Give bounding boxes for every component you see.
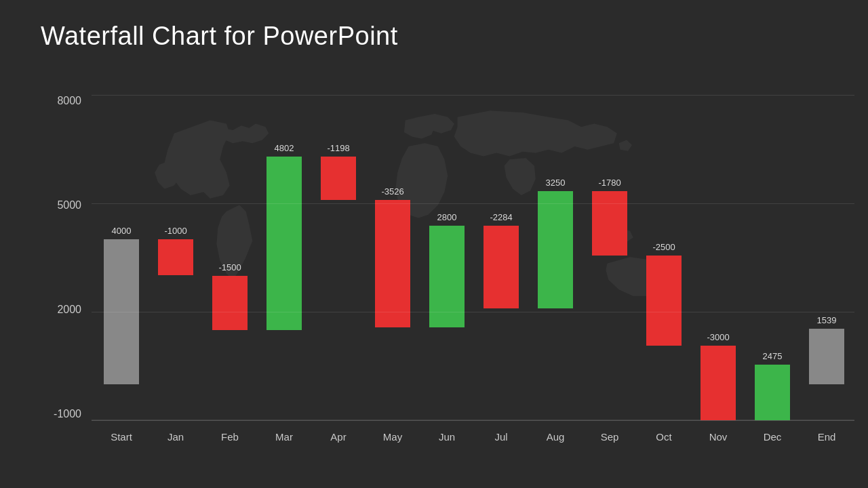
bar-jul (484, 226, 519, 308)
label-jan: Jan (167, 431, 184, 443)
chart-area: 8000 5000 2000 -1000 4000 Start -1000 Ja… (41, 95, 854, 454)
label-feb: Feb (221, 431, 239, 443)
label-sep: Sep (601, 431, 619, 443)
bar-sep (592, 191, 627, 256)
value-end: 1539 (817, 315, 837, 325)
value-feb: -1500 (218, 262, 241, 272)
label-jul: Jul (494, 431, 507, 443)
bar-dec (755, 365, 790, 420)
bar-aug (538, 191, 573, 308)
value-apr: -1198 (327, 143, 349, 153)
page-title: Waterfall Chart for PowerPoint (41, 22, 398, 51)
value-jan: -1000 (164, 226, 186, 236)
value-jul: -2284 (490, 212, 512, 222)
bar-apr (321, 157, 356, 200)
grid-line-mid2 (92, 312, 854, 312)
grid-line-bottom (92, 420, 854, 421)
label-jun: Jun (439, 431, 455, 443)
bar-oct (646, 256, 682, 346)
value-may: -3526 (381, 186, 403, 197)
label-start: Start (111, 431, 133, 443)
value-dec: 2475 (763, 351, 783, 361)
y-label-2000: 2000 (57, 304, 81, 316)
bar-end (809, 329, 844, 384)
value-mar: 4802 (275, 143, 294, 153)
label-dec: Dec (764, 431, 782, 443)
label-mar: Mar (275, 431, 293, 443)
value-aug: 3250 (546, 178, 566, 188)
bar-feb (212, 276, 248, 330)
value-oct: -2500 (652, 242, 675, 252)
value-nov: -3000 (707, 332, 729, 342)
y-label-8000: 8000 (57, 95, 81, 107)
value-sep: -1780 (598, 178, 620, 188)
value-start: 4000 (112, 226, 132, 236)
bars-svg: 4000 Start -1000 Jan -1500 Feb 4802 Mar … (92, 95, 854, 454)
label-may: May (383, 431, 403, 443)
grid-line-mid1 (92, 203, 854, 204)
y-axis: 8000 5000 2000 -1000 (41, 95, 88, 420)
bars-container: 4000 Start -1000 Jan -1500 Feb 4802 Mar … (92, 95, 854, 454)
bar-mar (267, 157, 302, 330)
label-nov: Nov (709, 431, 728, 443)
bar-may (375, 200, 410, 327)
label-oct: Oct (656, 431, 672, 443)
y-label-neg1000: -1000 (54, 408, 81, 420)
y-label-5000: 5000 (57, 199, 81, 211)
value-jun: 2800 (437, 212, 457, 222)
label-end: End (818, 431, 836, 443)
label-apr: Apr (330, 431, 346, 443)
label-aug: Aug (547, 431, 565, 443)
grid-line-top (92, 95, 854, 96)
bar-nov (701, 346, 736, 420)
bar-jan (158, 239, 193, 275)
